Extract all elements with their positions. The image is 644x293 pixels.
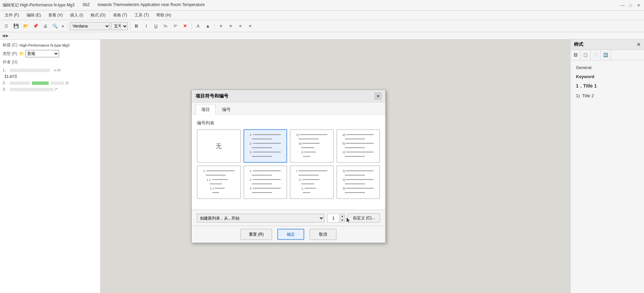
align-justify[interactable]: ≡	[246, 22, 255, 31]
menu-format[interactable]: 格式 (O)	[87, 11, 109, 19]
open-button[interactable]: 📂	[21, 22, 30, 31]
type-select[interactable]: 普规	[25, 50, 59, 57]
list-line-cb	[342, 155, 374, 158]
title-bar: 编辑笔记 High-Performance N-type Mg3 Sb2 tow…	[0, 0, 644, 11]
menu-insert[interactable]: 插入 (I)	[67, 11, 87, 19]
print-button[interactable]: 🖨	[41, 22, 50, 31]
list-item-1: 1、 ○e-M	[3, 68, 98, 73]
right-panel-tab-4[interactable]: 🔤	[601, 50, 611, 60]
right-panel: 样式 ✕ 🖼 📋 📄 🔤 General Keyword 1．Title 1 1…	[570, 40, 644, 293]
maximize-button[interactable]: □	[628, 3, 633, 8]
new-button[interactable]: 🗋	[2, 22, 11, 31]
menu-help[interactable]: 帮助 (H)	[153, 11, 174, 19]
italic-button[interactable]: I	[142, 22, 151, 31]
right-panel-title: 样式	[574, 42, 583, 48]
dialog-numbering: 项目符号和编号 ✕ 项目 编号 编号列表 无	[191, 90, 386, 243]
right-panel-tab-3[interactable]: 📄	[591, 50, 601, 60]
font-size-selector[interactable]: 五号	[111, 22, 128, 30]
superscript-button[interactable]: X²	[171, 22, 180, 31]
list-option-none[interactable]: 无	[197, 129, 241, 163]
list-h-1: 1.	[203, 169, 234, 173]
right-panel-header: 样式 ✕	[571, 40, 644, 50]
list-option-123-sub[interactable]: 1. 2. 3.	[244, 166, 287, 199]
subscript-button[interactable]: X₂	[161, 22, 170, 31]
menu-view[interactable]: 查看 (V)	[45, 11, 66, 19]
nav-arrows[interactable]: ◀ ▶	[2, 34, 8, 38]
list-line-3: 3.	[250, 151, 281, 154]
right-panel-tab-2[interactable]: 📋	[581, 50, 591, 60]
number-up-button[interactable]: ▲	[339, 214, 345, 218]
right-panel-close-button[interactable]: ✕	[637, 42, 641, 47]
list-option-roman[interactable]: I. A. 1.	[290, 166, 334, 199]
number-input[interactable]	[327, 214, 339, 222]
list-option-numeric-dot[interactable]: 1. 2. 3.	[244, 129, 287, 163]
separator-4	[214, 23, 215, 30]
list-start-dropdown[interactable]: 创建新列表，从...开始	[197, 214, 324, 222]
clear-format-button[interactable]: ✕	[181, 22, 190, 31]
list-preview-numeric-dot: 1. 2. 3.	[248, 132, 282, 161]
dialog-close-button[interactable]: ✕	[375, 93, 381, 100]
dialog-body: 编号列表 无 1.	[192, 115, 385, 210]
list-option-alpha-paren[interactable]: a) b) c)	[336, 129, 380, 163]
font-selector[interactable]: Verdana	[70, 22, 110, 30]
title-bar-title: 编辑笔记 High-Performance N-type Mg3 Sb2 tow…	[3, 2, 620, 8]
list-option-paren-alpha[interactable]: 1) a) i)	[290, 129, 334, 163]
list-options-grid: 无 1. 2.	[197, 129, 380, 199]
color-button[interactable]: A	[194, 22, 203, 31]
dialog-tab-numbering[interactable]: 编号	[216, 105, 236, 114]
underline-button[interactable]: U	[152, 22, 160, 31]
menu-tools[interactable]: 工具 (T)	[131, 11, 152, 19]
list-h-11xb	[203, 191, 234, 194]
toolbar-more[interactable]: »	[62, 24, 64, 28]
minimize-button[interactable]: —	[620, 3, 625, 8]
list-preview-hierarchical: 1. 1.1. 1	[202, 168, 236, 197]
menu-edit[interactable]: 编辑 (E)	[23, 11, 44, 19]
right-panel-tab-1[interactable]: 🖼	[571, 50, 581, 60]
list-option-hierarchical[interactable]: 1. 1.1. 1	[197, 166, 241, 199]
title-bar-controls: — □ ✕	[620, 3, 641, 8]
list-line-a: a)	[342, 133, 374, 136]
list-preview-alpha-paren: a) b) c)	[341, 132, 375, 161]
title-row: 标题 (C) High-Performance N-type Mg3	[3, 42, 98, 48]
bold-button[interactable]: B	[132, 22, 141, 31]
number-down-button[interactable]: ▼	[339, 218, 345, 222]
list-line-paren-1: 1)	[296, 133, 327, 136]
list-p-1b	[342, 174, 374, 177]
separator-1	[67, 23, 68, 30]
style-title1[interactable]: 1．Title 1	[574, 82, 641, 91]
list-p-1: 1)	[342, 169, 374, 173]
reset-button[interactable]: 重置 (R)	[240, 229, 272, 240]
preview-button[interactable]: 🔍	[51, 22, 59, 31]
dialog-title-bar[interactable]: 项目符号和编号 ✕	[192, 90, 385, 103]
align-center[interactable]: ≡	[226, 22, 235, 31]
list-line-1: 1.	[250, 133, 281, 136]
close-button[interactable]: ✕	[636, 3, 641, 8]
cancel-button[interactable]: 取消	[310, 229, 336, 240]
menu-file[interactable]: 文件 (F)	[1, 11, 22, 19]
list-p-3b	[342, 191, 374, 194]
align-right[interactable]: ≡	[236, 22, 245, 31]
style-general[interactable]: General	[574, 64, 641, 71]
list-h-11: 1.1.	[203, 178, 234, 181]
list-option-paren-123[interactable]: 1) 2) 3)	[336, 166, 380, 199]
list-p-2: 2)	[342, 178, 374, 181]
list-h-11x: 1.1	[203, 187, 234, 190]
align-left[interactable]: ≡	[217, 22, 225, 31]
highlight-button[interactable]: ▲	[204, 22, 212, 31]
save-button[interactable]: 💾	[12, 22, 20, 31]
style-keyword[interactable]: Keyword	[574, 73, 641, 80]
menu-table[interactable]: 表格 (T)	[110, 11, 131, 19]
list-line-paren-1b	[296, 137, 327, 141]
list-line-paren-ib	[296, 155, 327, 158]
separator-2	[130, 23, 130, 30]
list-line-paren-i: i)	[296, 151, 327, 154]
menu-bar: 文件 (F) 编辑 (E) 查看 (V) 插入 (I) 格式 (O) 表格 (T…	[0, 11, 644, 20]
ok-button[interactable]: 确定	[277, 229, 304, 240]
dialog-tab-project[interactable]: 项目	[196, 105, 216, 115]
style-title2[interactable]: 1) Title 2	[574, 92, 641, 100]
list-r-Ab	[296, 182, 327, 186]
tab-thermoelectric[interactable]: towards Thermoelectric Application near …	[98, 2, 205, 8]
customize-button[interactable]: 自定义 (C)...	[348, 214, 380, 223]
tab-sb2[interactable]: Sb2	[83, 2, 90, 8]
pin-button[interactable]: 📌	[31, 22, 40, 31]
